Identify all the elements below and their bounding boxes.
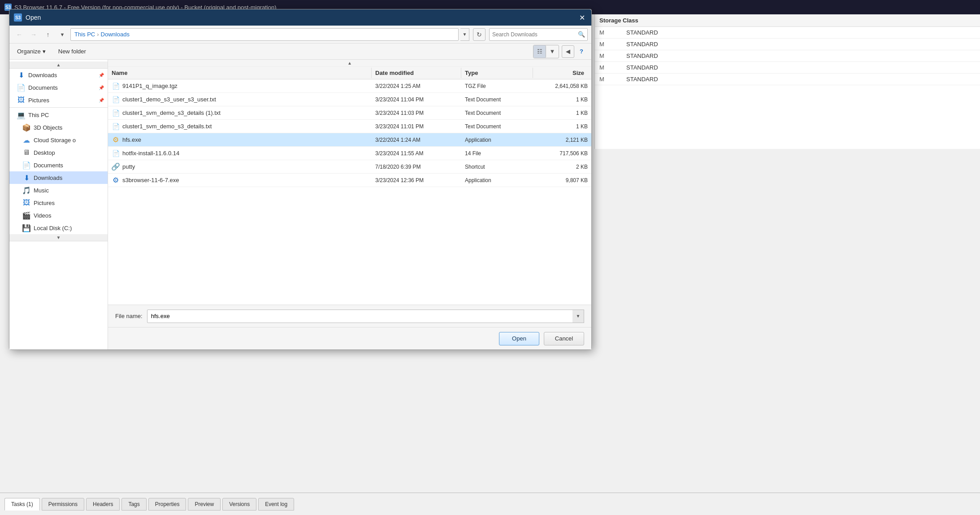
view-dropdown-button[interactable]: ▼: [546, 45, 559, 58]
sidebar-item-downloads-pinned[interactable]: ⬇ Downloads 📌: [9, 69, 108, 81]
sidebar-item-documents2-label: Documents: [34, 162, 63, 169]
file-size-s3browser: 9,807 KB: [533, 177, 591, 183]
pin-icon-pictures: 📌: [99, 98, 104, 103]
sidebar-item-documents-pinned[interactable]: 📄 Documents 📌: [9, 81, 108, 94]
sidebar-item-cloud-storage[interactable]: ☁ Cloud Storage o: [9, 134, 108, 146]
sidebar-item-documents2[interactable]: 📄 Documents: [9, 159, 108, 171]
file-size-hotfix: 717,506 KB: [533, 150, 591, 157]
new-folder-button[interactable]: New folder: [53, 46, 91, 57]
table-row[interactable]: ⚙ s3browser-11-6-7.exe 3/23/2024 12:36 P…: [108, 174, 591, 187]
file-type-s3browser: Application: [461, 177, 533, 183]
file-size-hfs: 2,121 KB: [533, 137, 591, 143]
organize-button[interactable]: Organize ▾: [13, 46, 50, 57]
sidebar-scroll-down[interactable]: ▼: [9, 234, 108, 241]
table-row[interactable]: 📄 cluster1_svm_demo_s3_details.txt 3/23/…: [108, 120, 591, 133]
cloud-storage-icon: ☁: [22, 135, 31, 144]
sort-indicator: ▲: [347, 60, 353, 66]
sidebar-item-documents-pinned-label: Documents: [28, 84, 58, 91]
tab-tags[interactable]: Tags: [121, 498, 146, 511]
col-header-size[interactable]: Size: [533, 68, 591, 78]
filename-dropdown-button[interactable]: ▼: [572, 310, 584, 323]
file-list-header: Name Date modified Type Size: [108, 67, 591, 79]
back-button[interactable]: ←: [13, 28, 26, 41]
col-header-date[interactable]: Date modified: [372, 68, 461, 78]
dialog-title-text: Open: [26, 14, 41, 21]
preview-pane-button[interactable]: ◀: [562, 45, 574, 58]
down-button[interactable]: ▼: [56, 28, 69, 41]
sidebar-item-local-disk[interactable]: 💾 Local Disk (C:): [9, 222, 108, 234]
navigation-bar: ← → ↑ ▼ This PC › Downloads ▼ ↻ 🔍: [9, 26, 591, 44]
sc-row-5: M STANDARD: [595, 74, 980, 85]
breadcrumb-downloads[interactable]: Downloads: [101, 31, 130, 38]
table-row[interactable]: 📄 cluster1_svm_demo_s3_details (1).txt 3…: [108, 106, 591, 120]
sidebar-item-this-pc[interactable]: 💻 This PC: [9, 109, 108, 121]
help-button[interactable]: ?: [575, 45, 588, 58]
dialog-content: ▲ ⬇ Downloads 📌 📄 Documents 📌 🖼 Pictures…: [9, 60, 591, 349]
file-date-putty: 7/18/2020 6:39 PM: [372, 164, 461, 170]
file-size-s3details: 1 KB: [533, 123, 591, 130]
sidebar-item-downloads-pinned-label: Downloads: [28, 72, 57, 79]
sidebar-item-downloads-active[interactable]: ⬇ Downloads: [9, 171, 108, 184]
file-type-tgz: TGZ File: [461, 83, 533, 89]
cancel-button[interactable]: Cancel: [544, 332, 584, 345]
table-row[interactable]: 📄 9141P1_q_image.tgz 3/22/2024 1:25 AM T…: [108, 79, 591, 93]
sidebar-item-music[interactable]: 🎵 Music: [9, 184, 108, 196]
col-header-name[interactable]: Name: [108, 68, 372, 78]
tab-tasks[interactable]: Tasks (1): [4, 498, 40, 511]
bottom-tabs-bar: Tasks (1) Permissions Headers Tags Prope…: [0, 493, 980, 515]
file-date-hfs: 3/22/2024 1:24 AM: [372, 137, 461, 143]
table-row[interactable]: 📄 cluster1_demo_s3_user_s3_user.txt 3/23…: [108, 93, 591, 106]
forward-button[interactable]: →: [27, 28, 40, 41]
file-type-s3details: Text Document: [461, 123, 533, 130]
filename-input[interactable]: [147, 310, 584, 323]
sidebar-item-pictures-pinned[interactable]: 🖼 Pictures 📌: [9, 94, 108, 106]
sidebar-item-downloads-active-label: Downloads: [34, 175, 62, 181]
search-button[interactable]: 🔍: [576, 29, 587, 40]
search-input[interactable]: [490, 31, 576, 38]
file-name-hfs: hfs.exe: [122, 136, 141, 143]
breadcrumb-this-pc[interactable]: This PC: [74, 31, 95, 38]
tab-properties[interactable]: Properties: [148, 498, 186, 511]
table-row[interactable]: 📄 hotfix-install-11.6.0.14 3/23/2024 11:…: [108, 147, 591, 160]
tab-permissions[interactable]: Permissions: [42, 498, 84, 511]
sidebar-scroll-up[interactable]: ▲: [9, 61, 108, 69]
col-header-type[interactable]: Type: [461, 68, 533, 78]
local-disk-icon: 💾: [22, 223, 31, 232]
sidebar-item-videos[interactable]: 🎬 Videos: [9, 209, 108, 222]
tab-headers[interactable]: Headers: [86, 498, 120, 511]
organize-arrow: ▾: [43, 48, 46, 55]
sidebar-item-pictures2-label: Pictures: [34, 200, 55, 206]
details-view-button[interactable]: ☷: [533, 45, 546, 58]
tab-versions[interactable]: Versions: [222, 498, 256, 511]
file-icon-hotfix: 📄: [112, 149, 120, 157]
sidebar-item-desktop-label: Desktop: [34, 149, 55, 156]
filename-label: File name:: [115, 313, 143, 319]
breadcrumb-dropdown-button[interactable]: ▼: [460, 28, 469, 41]
refresh-button[interactable]: ↻: [473, 28, 486, 41]
file-icon-tgz: 📄: [112, 82, 120, 90]
organize-label: Organize: [17, 48, 41, 55]
table-row[interactable]: ⚙ hfs.exe 3/22/2024 1:24 AM Application …: [108, 133, 591, 147]
file-icon-s3browser: ⚙: [112, 176, 120, 184]
breadcrumb-sep1: ›: [97, 31, 99, 38]
sidebar-item-desktop[interactable]: 🖥 Desktop: [9, 146, 108, 159]
open-button[interactable]: Open: [499, 332, 539, 345]
tab-preview[interactable]: Preview: [188, 498, 221, 511]
file-date-s3details1: 3/23/2024 11:03 PM: [372, 110, 461, 116]
file-type-putty: Shortcut: [461, 164, 533, 170]
documents-pinned-icon: 📄: [17, 83, 26, 92]
table-row[interactable]: 🔗 putty 7/18/2020 6:39 PM Shortcut 2 KB: [108, 160, 591, 174]
sidebar-item-this-pc-label: This PC: [28, 112, 49, 118]
sidebar-item-pictures2[interactable]: 🖼 Pictures: [9, 196, 108, 209]
dialog-close-button[interactable]: ✕: [577, 13, 587, 22]
file-date-tgz: 3/22/2024 1:25 AM: [372, 83, 461, 89]
file-date-hotfix: 3/23/2024 11:55 AM: [372, 150, 461, 157]
sc-row-3: M STANDARD: [595, 50, 980, 62]
tab-event-log[interactable]: Event log: [258, 498, 294, 511]
file-name-s3details: cluster1_svm_demo_s3_details.txt: [122, 123, 212, 130]
music-icon: 🎵: [22, 186, 31, 195]
sidebar-item-3d-objects[interactable]: 📦 3D Objects: [9, 121, 108, 134]
sc-row-4: M STANDARD: [595, 62, 980, 74]
up-button[interactable]: ↑: [42, 28, 54, 41]
file-size-s3details1: 1 KB: [533, 110, 591, 116]
